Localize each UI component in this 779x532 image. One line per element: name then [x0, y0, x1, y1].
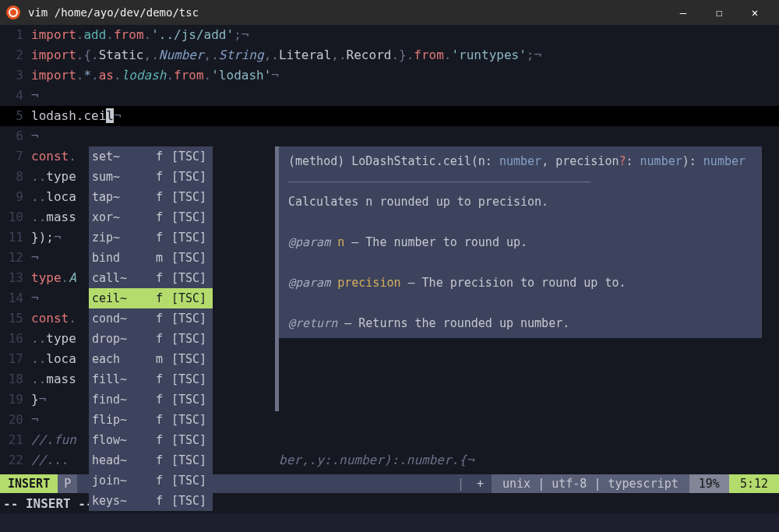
line-number: 22: [0, 450, 31, 470]
line-number: 7: [0, 146, 31, 167]
editor-area[interactable]: 1import.add.from.'../js/add';¬2import.{.…: [0, 25, 779, 513]
doc-param-2: @param precision — The precision to roun…: [288, 273, 753, 293]
completion-item[interactable]: call~f[TSC]: [89, 268, 213, 288]
ubuntu-icon: [6, 5, 20, 19]
line-number: 8: [0, 167, 31, 187]
line-number: 9: [0, 187, 31, 207]
line-number: 2: [0, 45, 31, 65]
line-number: 11: [0, 227, 31, 248]
completion-item[interactable]: drop~f[TSC]: [89, 329, 213, 349]
line-number: 10: [0, 207, 31, 227]
line-number: 12: [0, 248, 31, 268]
code-line[interactable]: 4¬: [0, 86, 779, 106]
documentation-panel: (method) LoDashStatic.ceil(n: number, pr…: [279, 146, 762, 338]
completion-item[interactable]: ceil~f[TSC]: [89, 288, 213, 308]
code-line[interactable]: 2import.{.Static,.Number,.String,.Litera…: [0, 45, 779, 65]
window-title: vim /home/ayo/dev/demo/tsc: [28, 6, 665, 19]
completion-item[interactable]: keys~f[TSC]: [89, 491, 213, 511]
line-number: 6: [0, 126, 31, 146]
status-fileinfo: unix | utf-8 | typescript: [492, 474, 689, 493]
code-line[interactable]: 5lodash.ceil¬: [0, 106, 779, 126]
completion-item[interactable]: head~f[TSC]: [89, 450, 213, 470]
completion-item[interactable]: sum~f[TSC]: [89, 167, 213, 187]
completion-item[interactable]: flow~f[TSC]: [89, 430, 213, 450]
completion-item[interactable]: zip~f[TSC]: [89, 227, 213, 248]
completion-item[interactable]: tap~f[TSC]: [89, 187, 213, 207]
doc-description: Calculates n rounded up to precision.: [288, 192, 753, 212]
window-titlebar: vim /home/ayo/dev/demo/tsc — ☐ ✕: [0, 0, 779, 25]
line-number: 3: [0, 65, 31, 86]
status-mode: INSERT: [0, 474, 58, 493]
doc-param-1: @param n — The number to round up.: [288, 232, 753, 252]
minimize-button[interactable]: —: [665, 6, 701, 19]
line-number: 15: [0, 308, 31, 329]
close-button[interactable]: ✕: [737, 6, 773, 19]
line-number: 19: [0, 389, 31, 410]
completion-item[interactable]: flip~f[TSC]: [89, 410, 213, 430]
completion-item[interactable]: set~f[TSC]: [89, 146, 213, 167]
trailing-comment: ber,.y:.number):.number.{¬: [279, 450, 474, 470]
line-number: 13: [0, 268, 31, 288]
status-paste: P: [58, 474, 77, 493]
line-number: 1: [0, 25, 31, 45]
completion-popup[interactable]: set~f[TSC] sum~f[TSC] tap~f[TSC] xor~f[T…: [89, 146, 213, 511]
maximize-button[interactable]: ☐: [701, 6, 737, 19]
line-number: 4: [0, 86, 31, 106]
line-number: 17: [0, 349, 31, 369]
status-percent: 19%: [689, 474, 729, 493]
line-number: 16: [0, 329, 31, 349]
doc-rule: ————————————————————————————————————————…: [288, 171, 753, 192]
code-line[interactable]: 6¬: [0, 126, 779, 146]
line-number: 20: [0, 410, 31, 430]
completion-item[interactable]: join~f[TSC]: [89, 470, 213, 491]
status-sep: |: [453, 474, 469, 493]
line-number: 18: [0, 369, 31, 389]
code-line[interactable]: 1import.add.from.'../js/add';¬: [0, 25, 779, 45]
completion-item[interactable]: xor~f[TSC]: [89, 207, 213, 227]
doc-signature: (method) LoDashStatic.ceil(n: number, pr…: [288, 151, 753, 171]
status-position: 5:12: [729, 474, 779, 493]
completion-item[interactable]: cond~f[TSC]: [89, 308, 213, 329]
completion-item[interactable]: find~f[TSC]: [89, 389, 213, 410]
line-number: 21: [0, 430, 31, 450]
status-modified: +: [469, 474, 492, 493]
code-line[interactable]: 3import.*.as.lodash.from.'lodash'¬: [0, 65, 779, 86]
doc-scrollbar[interactable]: [275, 146, 279, 411]
line-number: 14: [0, 288, 31, 308]
completion-item[interactable]: bindm[TSC]: [89, 248, 213, 268]
completion-item[interactable]: eachm[TSC]: [89, 349, 213, 369]
doc-return: @return — Returns the rounded up number.: [288, 313, 753, 333]
line-number: 5: [0, 106, 31, 126]
completion-item[interactable]: fill~f[TSC]: [89, 369, 213, 389]
